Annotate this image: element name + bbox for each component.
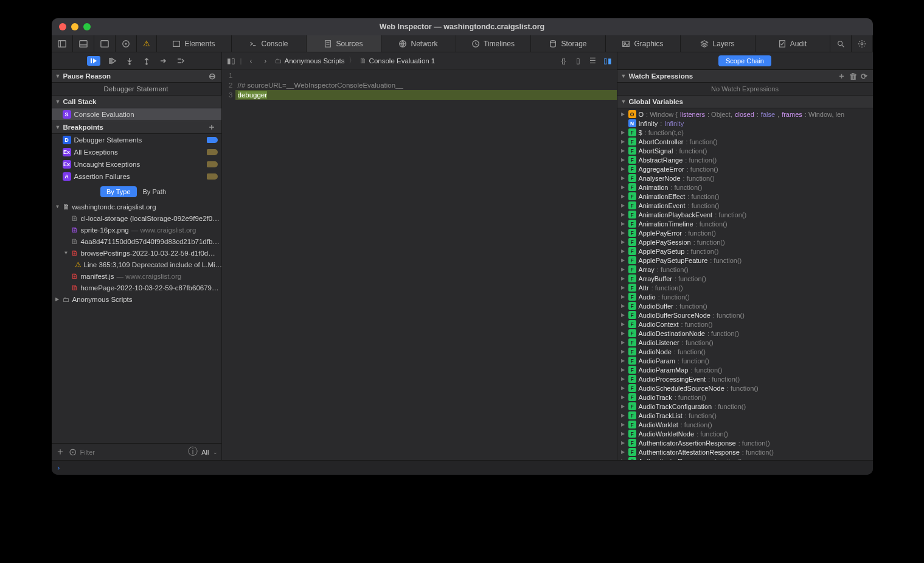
tree-item[interactable]: 🗎4aa8d471150d0d57d40f99d83cd21b71dfb…: [52, 236, 221, 247]
inspect-element-icon[interactable]: [116, 35, 137, 52]
toggle-right-sidebar-icon[interactable]: ▯▮: [602, 57, 613, 65]
global-var-row[interactable]: ▶FAudioContext: function(): [617, 320, 873, 329]
crumb-folder[interactable]: 🗀Anonymous Scripts: [275, 57, 345, 65]
global-var-row[interactable]: ▶FAudio: function(): [617, 292, 873, 301]
global-var-row[interactable]: ▶FAnimationTimeline: function(): [617, 219, 873, 228]
global-var-row[interactable]: ▶FAudioListener: function(): [617, 338, 873, 347]
source-editor[interactable]: 123 //# sourceURL=__WebInspectorConsoleE…: [222, 69, 617, 460]
pretty-print-icon[interactable]: {}: [558, 57, 569, 65]
global-var-row[interactable]: ▶FAudioBuffer: function(): [617, 301, 873, 310]
global-var-row[interactable]: ▶FAudioProcessingEvent: function(): [617, 374, 873, 383]
add-watch-icon[interactable]: ＋: [836, 71, 847, 82]
clear-watch-icon[interactable]: 🗑: [847, 72, 859, 81]
nav-forward-icon[interactable]: ›: [260, 57, 271, 65]
tree-item[interactable]: ▼🗎browsePostings-2022-10-03-22-59-d1f0d…: [52, 247, 221, 259]
filter-dropdown-icon[interactable]: ⌄: [213, 449, 218, 455]
tab-timelines[interactable]: Timelines: [456, 35, 531, 52]
console-drawer[interactable]: ›: [52, 460, 873, 475]
pause-reason-options-icon[interactable]: ⊖: [207, 71, 218, 81]
global-var-row[interactable]: ▶FAbortSignal: function(): [617, 146, 873, 155]
global-variables-header[interactable]: ▼Global Variables: [617, 95, 873, 108]
warnings-icon[interactable]: ⚠: [137, 35, 157, 52]
tree-item[interactable]: 🗎manifest.js — www.craigslist.org: [52, 270, 221, 282]
resume-button[interactable]: [87, 56, 100, 66]
call-stack-frame[interactable]: SConsole Evaluation: [52, 108, 221, 121]
step-next-button[interactable]: [176, 57, 186, 65]
global-var-row[interactable]: ▶FAttr: function(): [617, 283, 873, 292]
step-into-button[interactable]: [125, 57, 134, 65]
breakpoints-header[interactable]: ▼Breakpoints ＋: [52, 121, 221, 134]
global-var-row[interactable]: ▶FAuthenticatorAttestationResponse: func…: [617, 447, 873, 456]
type-profile-icon[interactable]: ☰: [588, 57, 599, 65]
global-var-row[interactable]: ▶FAggregateError: function(): [617, 164, 873, 173]
step-button[interactable]: [159, 57, 168, 65]
global-var-row[interactable]: ▶FApplePaySession: function(): [617, 237, 873, 247]
step-out-button[interactable]: [142, 57, 151, 65]
global-var-row[interactable]: ▶FApplePaySetup: function(): [617, 247, 873, 256]
tab-sources[interactable]: Sources: [307, 35, 381, 52]
global-var-row[interactable]: ▶FArray: function(): [617, 265, 873, 274]
global-var-row[interactable]: ▶F$: function(t,e): [617, 128, 873, 137]
tree-item[interactable]: ⚠Line 365:3,109 Deprecated include of L.…: [52, 259, 221, 270]
settings-icon[interactable]: [852, 35, 873, 52]
scope-chain-button[interactable]: Scope Chain: [718, 55, 771, 66]
search-icon[interactable]: [830, 35, 852, 52]
global-var-row[interactable]: ▶FAnimation: function(): [617, 183, 873, 192]
breakpoint-tag-icon[interactable]: [207, 161, 218, 167]
global-var-row[interactable]: ▶FAnalyserNode: function(): [617, 173, 873, 183]
filter-all-label[interactable]: All: [201, 449, 209, 456]
dock-side-icon[interactable]: [52, 35, 73, 52]
tree-item[interactable]: 🗎sprite-16px.png — www.craigslist.org: [52, 224, 221, 236]
code-area[interactable]: //# sourceURL=__WebInspectorConsoleEvalu…: [235, 69, 617, 460]
watch-expressions-header[interactable]: ▼Watch Expressions ＋ 🗑 ⟳: [617, 69, 873, 83]
dock-popout-icon[interactable]: [94, 35, 116, 52]
tree-root[interactable]: ▼🗎washingtondc.craigslist.org: [52, 201, 221, 212]
tab-audit[interactable]: Audit: [756, 35, 830, 52]
add-resource-icon[interactable]: ＋: [55, 446, 65, 458]
breakpoint-tag-icon[interactable]: [207, 137, 218, 143]
global-var-row[interactable]: ▶OO: Window {listeners: Object, closed: …: [617, 110, 873, 119]
global-var-row[interactable]: ▶FAudioWorkletNode: function(): [617, 429, 873, 438]
filter-info-icon[interactable]: ⓘ: [188, 446, 198, 458]
call-stack-header[interactable]: ▼Call Stack: [52, 95, 221, 108]
tab-console[interactable]: Console: [232, 35, 307, 52]
toggle-left-sidebar-icon[interactable]: ▮▯: [226, 57, 237, 65]
tab-network[interactable]: Network: [381, 35, 456, 52]
by-type-button[interactable]: By Type: [100, 186, 137, 197]
nav-back-icon[interactable]: ‹: [246, 57, 257, 65]
global-var-row[interactable]: ▶FApplePaySetupFeature: function(): [617, 256, 873, 265]
global-var-row[interactable]: ▶FAudioTrackConfiguration: function(): [617, 402, 873, 411]
breakpoint-row[interactable]: ExAll Exceptions: [52, 146, 221, 158]
tab-graphics[interactable]: Graphics: [606, 35, 681, 52]
by-path-button[interactable]: By Path: [137, 186, 173, 197]
refresh-watch-icon[interactable]: ⟳: [859, 72, 869, 81]
global-var-row[interactable]: ▶FApplePayError: function(): [617, 228, 873, 237]
add-breakpoint-icon[interactable]: ＋: [206, 122, 218, 133]
filter-input[interactable]: [80, 449, 185, 456]
global-var-row[interactable]: ▶FAnimationEffect: function(): [617, 192, 873, 201]
global-var-row[interactable]: ▶FAudioBufferSourceNode: function(): [617, 310, 873, 320]
global-var-row[interactable]: ▶FAudioDestinationNode: function(): [617, 329, 873, 338]
global-var-row[interactable]: ▶FAudioNode: function(): [617, 347, 873, 356]
dock-bottom-icon[interactable]: [73, 35, 94, 52]
global-var-row[interactable]: ▶FAnimationEvent: function(): [617, 201, 873, 210]
step-over-button[interactable]: [108, 57, 117, 65]
global-var-row[interactable]: ▶FAbortController: function(): [617, 137, 873, 146]
global-var-row[interactable]: ▶FArrayBuffer: function(): [617, 274, 873, 283]
tab-layers[interactable]: Layers: [681, 35, 756, 52]
tree-item[interactable]: 🗎cl-local-storage (localStorage-092e9f9e…: [52, 212, 221, 224]
pause-reason-header[interactable]: ▼Pause Reason ⊖: [52, 69, 221, 83]
global-var-row[interactable]: ▶FAudioParam: function(): [617, 356, 873, 365]
global-var-row[interactable]: ▶FAudioWorklet: function(): [617, 420, 873, 429]
breakpoint-row[interactable]: DDebugger Statements: [52, 134, 221, 146]
tree-item[interactable]: 🗎homePage-2022-10-03-22-59-c87fb60679…: [52, 282, 221, 293]
tree-anonymous[interactable]: ▶🗀Anonymous Scripts: [52, 293, 221, 305]
global-var-row[interactable]: ▶FAnimationPlaybackEvent: function(): [617, 210, 873, 219]
global-var-row[interactable]: ▶FAudioTrack: function(): [617, 393, 873, 402]
global-var-row[interactable]: ▶FAbstractRange: function(): [617, 155, 873, 164]
breakpoint-row[interactable]: ExUncaught Exceptions: [52, 158, 221, 170]
crumb-file[interactable]: 🗎Console Evaluation 1: [360, 57, 436, 65]
tab-storage[interactable]: Storage: [531, 35, 606, 52]
coverage-icon[interactable]: ▯: [573, 57, 584, 65]
global-var-row[interactable]: ▶FAudioTrackList: function(): [617, 411, 873, 420]
